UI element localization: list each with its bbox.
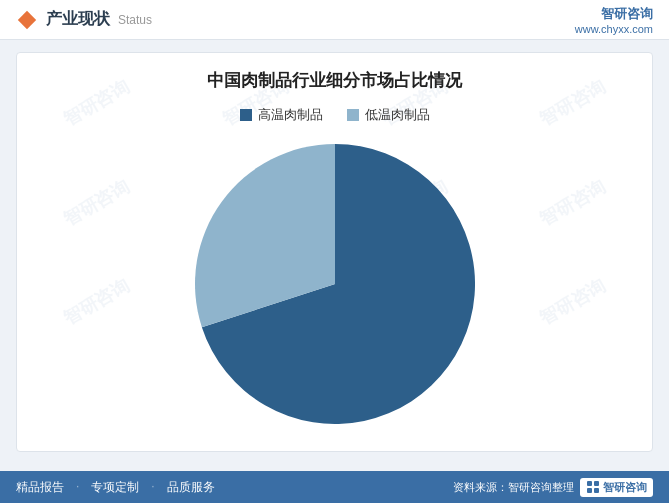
svg-rect-2 — [594, 481, 599, 486]
page-status: Status — [118, 13, 152, 27]
footer-item-1: 精品报告 — [16, 479, 64, 496]
svg-marker-0 — [18, 10, 36, 28]
page-wrapper: 产业现状 Status 智研咨询 www.chyxx.com 智研咨询 智研咨询… — [0, 0, 669, 503]
header-right: 智研咨询 www.chyxx.com — [575, 5, 653, 35]
pie-chart — [195, 144, 475, 424]
brand-logo: 智研咨询 — [575, 5, 653, 23]
brand-url: www.chyxx.com — [575, 23, 653, 35]
footer-right: 资料来源：智研咨询整理 智研咨询 — [453, 478, 653, 497]
footer-sep-2: · — [151, 479, 154, 496]
footer-item-3: 品质服务 — [167, 479, 215, 496]
footer-item-2: 专项定制 — [91, 479, 139, 496]
chart-legend: 高温肉制品 低温肉制品 — [37, 106, 632, 124]
footer-sep-1: · — [76, 479, 79, 496]
chart-title: 中国肉制品行业细分市场占比情况 — [37, 69, 632, 92]
svg-rect-3 — [587, 488, 592, 493]
legend-item-high-temp: 高温肉制品 — [240, 106, 323, 124]
page-title: 产业现状 — [46, 9, 110, 30]
diamond-icon — [16, 9, 38, 31]
footer-brand-icon — [586, 480, 600, 494]
footer-brand-text: 智研咨询 — [603, 480, 647, 495]
chart-area — [37, 134, 632, 434]
footer-brand-box: 智研咨询 — [580, 478, 653, 497]
legend-dot-high-temp — [240, 109, 252, 121]
footer-left: 精品报告 · 专项定制 · 品质服务 — [16, 479, 215, 496]
svg-rect-1 — [587, 481, 592, 486]
header: 产业现状 Status 智研咨询 www.chyxx.com — [0, 0, 669, 40]
footer: 精品报告 · 专项定制 · 品质服务 资料来源：智研咨询整理 智研咨询 — [0, 471, 669, 503]
legend-dot-low-temp — [347, 109, 359, 121]
legend-label-low-temp: 低温肉制品 — [365, 106, 430, 124]
main-content: 智研咨询 智研咨询 智研咨询 智研咨询 智研咨询 智研咨询 智研咨询 智研咨询 … — [16, 52, 653, 452]
legend-item-low-temp: 低温肉制品 — [347, 106, 430, 124]
header-left: 产业现状 Status — [16, 9, 152, 31]
legend-label-high-temp: 高温肉制品 — [258, 106, 323, 124]
svg-rect-4 — [594, 488, 599, 493]
footer-source: 资料来源：智研咨询整理 — [453, 480, 574, 495]
